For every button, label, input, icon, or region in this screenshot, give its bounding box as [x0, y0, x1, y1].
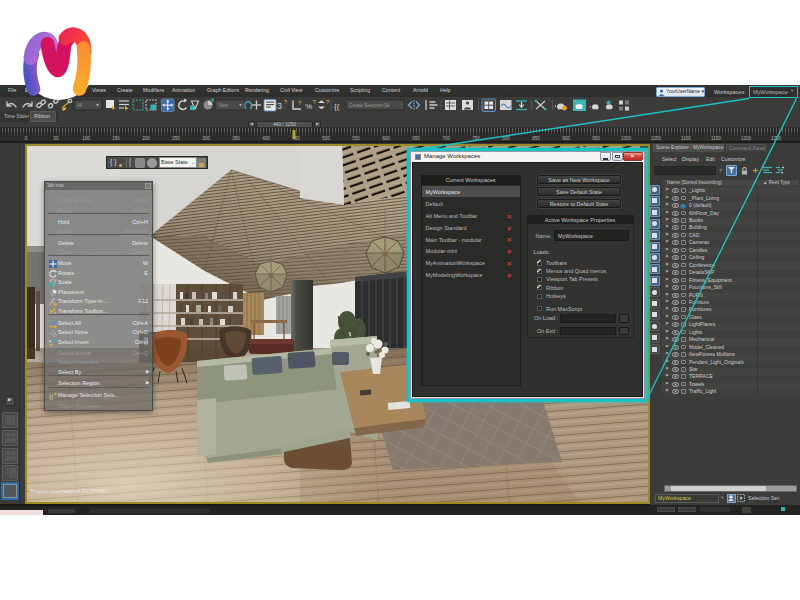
- svg-text:150: 150: [112, 136, 120, 141]
- svg-text:200: 200: [142, 136, 150, 141]
- svg-text:0: 0: [25, 136, 28, 141]
- svg-text:650: 650: [412, 136, 420, 141]
- svg-text:1200: 1200: [741, 136, 752, 141]
- svg-text:750: 750: [472, 136, 480, 141]
- svg-text:350: 350: [232, 136, 240, 141]
- svg-text:800: 800: [502, 136, 510, 141]
- svg-text:All: All: [77, 103, 82, 108]
- svg-text:600: 600: [382, 136, 390, 141]
- svg-text:300: 300: [202, 136, 210, 141]
- svg-text:?: ?: [313, 99, 316, 105]
- svg-text:1150: 1150: [711, 136, 721, 141]
- svg-text:1050: 1050: [651, 136, 662, 141]
- svg-text:1100: 1100: [681, 136, 691, 141]
- svg-text:?: ?: [326, 99, 329, 105]
- svg-text:900: 900: [562, 136, 570, 141]
- svg-text:400: 400: [262, 136, 270, 141]
- svg-text:{(: {(: [334, 102, 340, 111]
- svg-text:100: 100: [82, 136, 90, 141]
- svg-text:550: 550: [352, 136, 360, 141]
- svg-text:{(: {(: [49, 393, 54, 400]
- svg-text:View: View: [218, 103, 229, 108]
- svg-text:850: 850: [532, 136, 540, 141]
- svg-text:500: 500: [322, 136, 330, 141]
- svg-text:700: 700: [442, 136, 450, 141]
- svg-text:?: ?: [298, 100, 301, 106]
- svg-text:950: 950: [592, 136, 600, 141]
- svg-text:50: 50: [53, 136, 59, 141]
- svg-text:250: 250: [172, 136, 180, 141]
- svg-text:1250: 1250: [771, 136, 782, 141]
- svg-text:%: %: [305, 102, 312, 111]
- svg-text:?: ?: [284, 99, 287, 105]
- svg-text:1000: 1000: [621, 136, 632, 141]
- svg-text:3: 3: [277, 101, 282, 111]
- svg-text:Create Selection Se: Create Selection Se: [349, 103, 390, 108]
